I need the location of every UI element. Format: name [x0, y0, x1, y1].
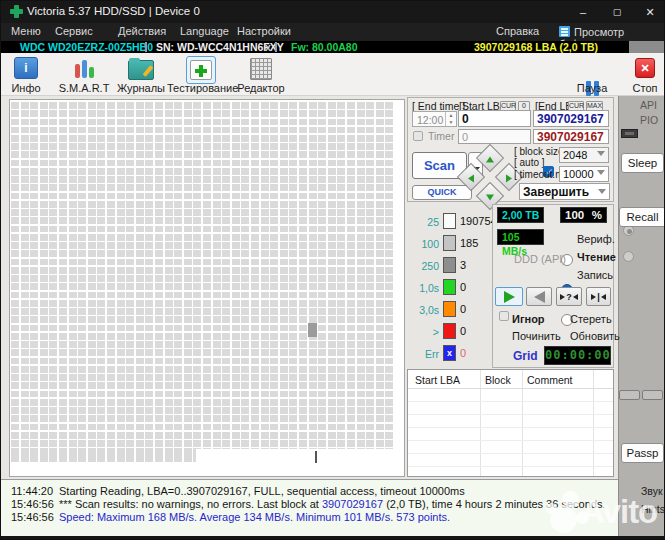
pio-radio[interactable] [623, 251, 634, 262]
sound-label: Звук [641, 485, 663, 497]
close-button[interactable]: ✕ [634, 1, 665, 23]
legend-count: 0 [460, 281, 466, 293]
log-time: 15:46:56 [11, 511, 54, 523]
toolbar-editor-button[interactable]: Редактор [233, 82, 289, 94]
maximize-button[interactable]: ▢ [600, 1, 634, 23]
repair-label: Починить [512, 330, 561, 342]
triangle-left-icon [573, 294, 578, 300]
arrow-up-button[interactable] [476, 144, 504, 172]
activity-led [621, 129, 638, 138]
end-time-value: 12:00 [417, 114, 443, 126]
passport-button[interactable]: Passp [621, 443, 664, 463]
api-label: API [640, 99, 657, 111]
defect-table[interactable]: Start LBA Block Comment [407, 369, 614, 477]
write-label: Запись [577, 269, 613, 281]
menu-settings[interactable]: Настройки [237, 25, 291, 37]
after-scan-action-select[interactable]: Завершить [519, 183, 610, 200]
progress-value: 100 [565, 208, 584, 222]
small-left-button[interactable] [619, 390, 640, 400]
ddd-checkbox[interactable] [499, 311, 509, 321]
device-capacity: 3907029168 LBA (2,0 TB) [456, 41, 616, 53]
arrow-left-button[interactable] [457, 163, 485, 191]
arrow-up-icon [486, 156, 494, 162]
column-header-comment: Comment [527, 374, 573, 386]
divider [593, 370, 594, 476]
chevron-down-icon [597, 170, 605, 175]
log-area: 11:44:20 Starting Reading, LBA=0..390702… [1, 479, 618, 540]
menu-language[interactable]: Language [180, 25, 229, 37]
menu-help[interactable]: Справка [496, 25, 539, 37]
arrow-right-icon [506, 174, 512, 182]
toolbar-stop-button[interactable]: Стоп [623, 82, 665, 94]
back-button[interactable] [526, 287, 552, 306]
chevron-down-icon [598, 189, 606, 194]
menu-bar: Меню Сервис Действия Language Настройки … [1, 23, 665, 41]
divider [408, 388, 613, 389]
recall-button[interactable]: Recall [619, 207, 665, 227]
scanned-blocks-grid [11, 102, 394, 449]
hints-label: Hints [641, 503, 665, 515]
smart-icon [73, 57, 97, 79]
legend-count: 0 [460, 347, 466, 359]
app-icon [10, 5, 23, 18]
spinner-arrows-icon[interactable]: ▲▼ [445, 112, 456, 126]
seek-end-button[interactable]: | [586, 287, 611, 306]
legend-swatch [443, 301, 456, 317]
divider [408, 414, 613, 415]
divider [408, 440, 613, 441]
end-time-spinner[interactable]: 12:00 ▲▼ [412, 111, 457, 127]
menu-actions[interactable]: Действия [118, 25, 166, 37]
arrow-left-icon [468, 174, 474, 182]
speed-display: 105 MB/s [497, 229, 544, 245]
toolbar-info-button[interactable]: Инфо [3, 82, 49, 94]
timer-start-input[interactable] [458, 129, 531, 144]
small-right-button[interactable] [642, 390, 663, 400]
read-label: Чтение [577, 251, 616, 263]
toolbar-testing-button[interactable]: Тестирование [167, 82, 237, 94]
legend-label: 1,0s [411, 282, 439, 294]
erase-label: Стереть [570, 313, 612, 325]
grid-label: Grid [513, 349, 538, 363]
minimize-button[interactable]: – [566, 1, 600, 23]
toolbar-pause-button[interactable]: Пауза [569, 82, 615, 94]
legend-count: 3 [460, 259, 466, 271]
start-lba-input[interactable] [458, 110, 531, 127]
ignore-label: Игнор [512, 313, 545, 325]
arrow-down-icon [486, 194, 494, 200]
timeout-select[interactable]: 10000 [559, 166, 609, 182]
play-button[interactable] [495, 287, 523, 306]
legend-label: 3,0s [411, 304, 439, 316]
triangle-right-icon [560, 294, 565, 300]
menu-service[interactable]: Сервис [55, 25, 93, 37]
legend-swatch [443, 257, 456, 273]
toolbar-journals-button[interactable]: Журналы [113, 82, 169, 94]
window-title: Victoria 5.37 HDD/SSD | Device 0 [27, 5, 200, 17]
sleep-button[interactable]: Sleep [621, 153, 664, 173]
end-lba-input[interactable] [533, 110, 609, 127]
divider [408, 401, 613, 402]
elapsed-timer-display: 00:00:00 [544, 346, 611, 365]
victoria-app-window: Victoria 5.37 HDD/SSD | Device 0 – ▢ ✕ М… [0, 0, 665, 540]
progress-display: 100% [560, 207, 607, 223]
back-icon [534, 291, 545, 303]
menu-main[interactable]: Меню [11, 25, 41, 37]
capacity-display: 2,00 TB [497, 207, 544, 223]
device-close-icon[interactable]: x [265, 41, 271, 53]
timer-end-input[interactable] [533, 129, 609, 144]
device-info-bar: WDC WD20EZRZ-00Z5HB0 SN: WD-WCC4N1HN6FXY… [1, 41, 665, 53]
question-icon: ? [566, 292, 572, 302]
legend-count: 0 [460, 303, 466, 315]
seek-question-button[interactable]: ? [556, 287, 582, 306]
toolbar-smart-button[interactable]: S.M.A.R.T [56, 82, 112, 94]
auto-label: [ auto ] [514, 157, 545, 168]
chevron-down-icon [597, 151, 605, 156]
block-size-select[interactable]: 2048 [559, 147, 609, 163]
log-time: 11:44:20 [11, 485, 53, 497]
scanned-blocks-partial-row [11, 449, 196, 462]
legend-count: 0 [460, 325, 466, 337]
column-header-start-lba: Start LBA [415, 374, 460, 386]
timer-checkbox[interactable] [413, 131, 423, 141]
divider [408, 453, 613, 454]
testing-cross-icon [190, 60, 212, 84]
bar-icon: | [597, 292, 600, 302]
